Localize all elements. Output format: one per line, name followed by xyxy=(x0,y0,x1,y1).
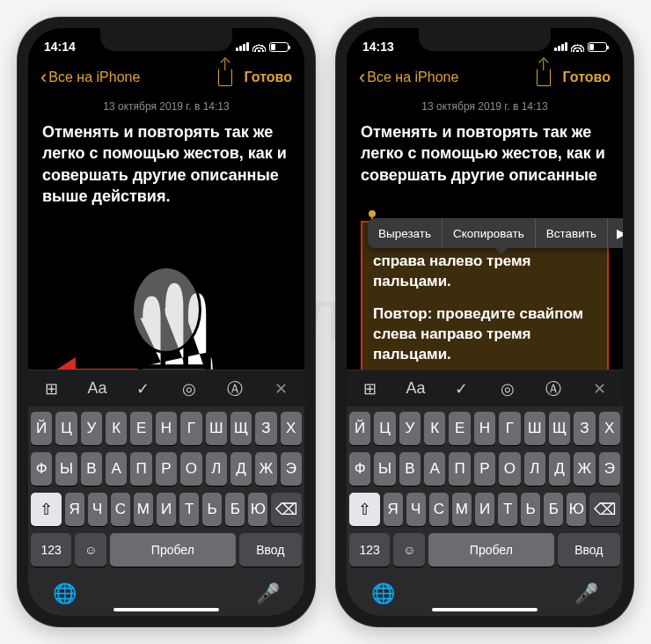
checklist-icon[interactable]: ✓ xyxy=(129,379,157,399)
ctx-copy[interactable]: Скопировать xyxy=(443,218,536,248)
key-Ю[interactable]: Ю xyxy=(248,493,267,526)
key-Ч[interactable]: Ч xyxy=(406,493,426,526)
key-С[interactable]: С xyxy=(111,493,130,526)
emoji-key[interactable]: ☺ xyxy=(393,533,425,567)
numbers-key[interactable]: 123 xyxy=(31,533,71,567)
key-И[interactable]: И xyxy=(157,493,176,526)
markup-icon[interactable]: Ⓐ xyxy=(539,378,567,399)
ctx-cut[interactable]: Вырезать xyxy=(368,218,443,248)
key-Й[interactable]: Й xyxy=(349,412,370,445)
key-У[interactable]: У xyxy=(81,412,102,445)
key-О[interactable]: О xyxy=(499,452,520,486)
ctx-more-icon[interactable]: ▶ xyxy=(608,218,623,248)
back-button[interactable]: ‹ Все на iPhone xyxy=(359,68,458,87)
camera-icon[interactable]: ◎ xyxy=(175,379,203,399)
key-Э[interactable]: Э xyxy=(281,452,302,486)
key-Л[interactable]: Л xyxy=(206,452,227,486)
numbers-key[interactable]: 123 xyxy=(349,533,390,567)
key-Ж[interactable]: Ж xyxy=(574,452,595,486)
key-Ь[interactable]: Ь xyxy=(202,493,222,526)
globe-icon[interactable]: 🌐 xyxy=(371,582,395,605)
done-button[interactable]: Готово xyxy=(245,70,292,85)
key-Е[interactable]: Е xyxy=(130,412,151,445)
key-М[interactable]: М xyxy=(134,493,153,526)
key-Г[interactable]: Г xyxy=(180,412,201,445)
home-indicator[interactable] xyxy=(432,608,538,611)
key-Ц[interactable]: Ц xyxy=(55,412,77,445)
key-Ж[interactable]: Ж xyxy=(255,452,276,486)
text-format-icon[interactable]: Aa xyxy=(401,379,429,398)
key-К[interactable]: К xyxy=(424,412,445,445)
space-key[interactable]: Пробел xyxy=(428,533,554,567)
checklist-icon[interactable]: ✓ xyxy=(448,379,476,399)
key-Х[interactable]: Х xyxy=(281,412,302,445)
key-З[interactable]: З xyxy=(255,412,276,445)
home-indicator[interactable] xyxy=(113,608,219,611)
key-И[interactable]: И xyxy=(475,493,494,526)
key-Ф[interactable]: Ф xyxy=(349,452,370,486)
key-З[interactable]: З xyxy=(574,412,595,445)
key-Й[interactable]: Й xyxy=(31,412,52,445)
key-У[interactable]: У xyxy=(399,412,421,445)
enter-key[interactable]: Ввод xyxy=(558,533,620,567)
key-П[interactable]: П xyxy=(130,452,151,486)
mic-icon[interactable]: 🎤 xyxy=(256,582,280,605)
key-К[interactable]: К xyxy=(106,412,127,445)
key-М[interactable]: М xyxy=(452,493,472,526)
key-Д[interactable]: Д xyxy=(230,452,252,486)
key-Л[interactable]: Л xyxy=(524,452,545,486)
key-Ш[interactable]: Ш xyxy=(524,412,545,445)
key-Г[interactable]: Г xyxy=(499,412,520,445)
key-Ы[interactable]: Ы xyxy=(374,452,395,486)
camera-icon[interactable]: ◎ xyxy=(494,379,522,399)
key-С[interactable]: С xyxy=(429,493,449,526)
enter-key[interactable]: Ввод xyxy=(239,533,302,567)
key-Ц[interactable]: Ц xyxy=(374,412,395,445)
key-Ь[interactable]: Ь xyxy=(521,493,540,526)
key-Ы[interactable]: Ы xyxy=(55,452,77,486)
key-А[interactable]: А xyxy=(106,452,127,486)
key-Щ[interactable]: Щ xyxy=(549,412,570,445)
done-button[interactable]: Готово xyxy=(563,70,611,85)
key-Р[interactable]: Р xyxy=(156,452,177,486)
shift-key[interactable]: ⇧ xyxy=(31,493,62,526)
key-Н[interactable]: Н xyxy=(156,412,177,445)
key-Я[interactable]: Я xyxy=(384,493,403,526)
backspace-key[interactable]: ⌫ xyxy=(589,493,620,526)
key-Т[interactable]: Т xyxy=(179,493,199,526)
key-Т[interactable]: Т xyxy=(498,493,517,526)
key-Э[interactable]: Э xyxy=(599,452,620,486)
key-В[interactable]: В xyxy=(81,452,102,486)
close-format-icon[interactable]: ✕ xyxy=(586,379,614,399)
share-icon[interactable] xyxy=(537,69,551,86)
table-icon[interactable]: ⊞ xyxy=(37,379,65,399)
close-format-icon[interactable]: ✕ xyxy=(267,379,296,399)
globe-icon[interactable]: 🌐 xyxy=(53,582,77,605)
text-format-icon[interactable]: Aa xyxy=(83,379,111,398)
backspace-key[interactable]: ⌫ xyxy=(271,493,302,526)
key-О[interactable]: О xyxy=(180,452,201,486)
share-icon[interactable] xyxy=(218,69,232,86)
note-content[interactable]: 13 октября 2019 г. в 14:13 Отменять и по… xyxy=(28,95,304,370)
ctx-paste[interactable]: Вставить xyxy=(536,218,608,248)
table-icon[interactable]: ⊞ xyxy=(355,379,384,399)
key-В[interactable]: В xyxy=(399,452,421,486)
key-Н[interactable]: Н xyxy=(474,412,495,445)
key-Р[interactable]: Р xyxy=(474,452,495,486)
key-Ш[interactable]: Ш xyxy=(206,412,227,445)
emoji-key[interactable]: ☺ xyxy=(75,533,106,567)
markup-icon[interactable]: Ⓐ xyxy=(221,378,249,399)
key-П[interactable]: П xyxy=(449,452,470,486)
key-Д[interactable]: Д xyxy=(549,452,570,486)
key-Ф[interactable]: Ф xyxy=(31,452,52,486)
note-content[interactable]: 13 октября 2019 г. в 14:13 Отменять и по… xyxy=(347,95,623,370)
key-Б[interactable]: Б xyxy=(544,493,563,526)
mic-icon[interactable]: 🎤 xyxy=(574,582,598,605)
key-Е[interactable]: Е xyxy=(449,412,470,445)
back-button[interactable]: ‹ Все на iPhone xyxy=(40,68,140,87)
shift-key[interactable]: ⇧ xyxy=(349,493,380,526)
key-Щ[interactable]: Щ xyxy=(230,412,252,445)
key-Ю[interactable]: Ю xyxy=(567,493,586,526)
key-Х[interactable]: Х xyxy=(599,412,620,445)
key-Ч[interactable]: Ч xyxy=(88,493,107,526)
